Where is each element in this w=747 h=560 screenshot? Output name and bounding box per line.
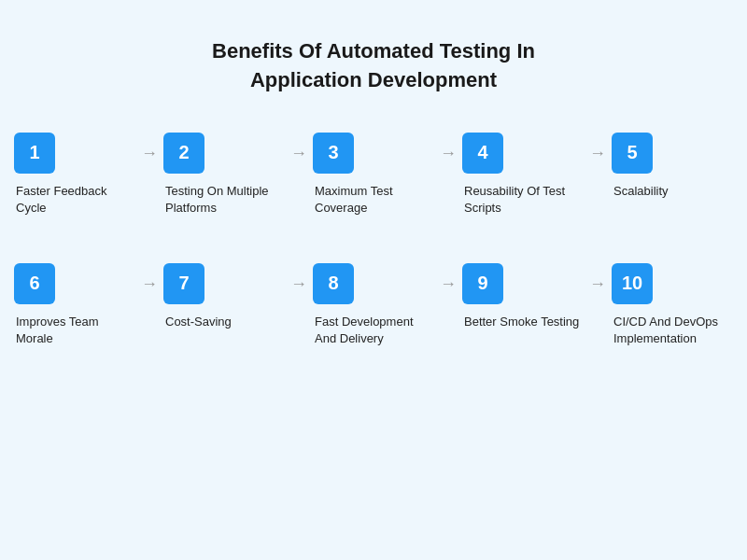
arrow-icon: → (285, 153, 313, 163)
step-8: 8Fast Development And Delivery (313, 263, 434, 347)
step-label-1: Faster Feedback Cycle (14, 183, 135, 217)
step-number-4: 4 (462, 133, 503, 174)
step-label-6: Improves Team Morale (14, 314, 135, 347)
item-wrapper: 9Better Smoke Testing→ (462, 263, 612, 330)
arrow-icon: → (434, 284, 462, 294)
item-wrapper: 7Cost-Saving→ (163, 263, 313, 330)
item-wrapper: 10CI/CD And DevOps Implementation (612, 263, 733, 347)
step-1: 1Faster Feedback Cycle (14, 133, 135, 217)
step-number-9: 9 (462, 263, 503, 304)
item-wrapper: 3Maximum Test Coverage→ (313, 133, 462, 217)
step-label-8: Fast Development And Delivery (313, 314, 434, 347)
step-6: 6Improves Team Morale (14, 263, 135, 347)
item-wrapper: 4Reusability Of Test Scripts→ (462, 133, 612, 217)
step-label-3: Maximum Test Coverage (313, 183, 434, 217)
step-number-10: 10 (612, 263, 653, 304)
step-label-7: Cost-Saving (163, 314, 232, 330)
page-title: Benefits Of Automated Testing InApplicat… (212, 37, 535, 95)
step-number-5: 5 (612, 133, 653, 174)
step-number-1: 1 (14, 133, 55, 174)
arrow-icon: → (135, 284, 163, 294)
step-label-2: Testing On Multiple Platforms (163, 183, 285, 217)
item-wrapper: 5Scalability (612, 133, 733, 200)
item-wrapper: 2Testing On Multiple Platforms→ (163, 133, 313, 217)
step-number-8: 8 (313, 263, 354, 304)
arrow-icon: → (584, 153, 612, 163)
step-label-5: Scalability (612, 183, 669, 200)
step-number-2: 2 (163, 133, 204, 174)
step-3: 3Maximum Test Coverage (313, 133, 434, 217)
step-2: 2Testing On Multiple Platforms (163, 133, 285, 217)
step-5: 5Scalability (612, 133, 733, 200)
step-number-7: 7 (163, 263, 204, 304)
step-7: 7Cost-Saving (163, 263, 285, 330)
step-9: 9Better Smoke Testing (462, 263, 584, 330)
arrow-icon: → (285, 284, 313, 294)
step-label-9: Better Smoke Testing (462, 314, 579, 330)
item-wrapper: 8Fast Development And Delivery→ (313, 263, 462, 347)
step-number-6: 6 (14, 263, 55, 304)
item-wrapper: 1Faster Feedback Cycle→ (14, 133, 163, 217)
item-wrapper: 6Improves Team Morale→ (14, 263, 163, 347)
step-4: 4Reusability Of Test Scripts (462, 133, 584, 217)
main-container: Benefits Of Automated Testing InApplicat… (0, 0, 747, 560)
arrow-icon: → (434, 153, 462, 163)
step-number-3: 3 (313, 133, 354, 174)
arrow-icon: → (584, 284, 612, 294)
row-2: 6Improves Team Morale→7Cost-Saving→8Fast… (28, 263, 719, 347)
step-10: 10CI/CD And DevOps Implementation (612, 263, 733, 347)
arrow-icon: → (135, 153, 163, 163)
step-label-10: CI/CD And DevOps Implementation (612, 314, 733, 347)
row-1: 1Faster Feedback Cycle→2Testing On Multi… (28, 133, 719, 217)
step-label-4: Reusability Of Test Scripts (462, 183, 584, 217)
